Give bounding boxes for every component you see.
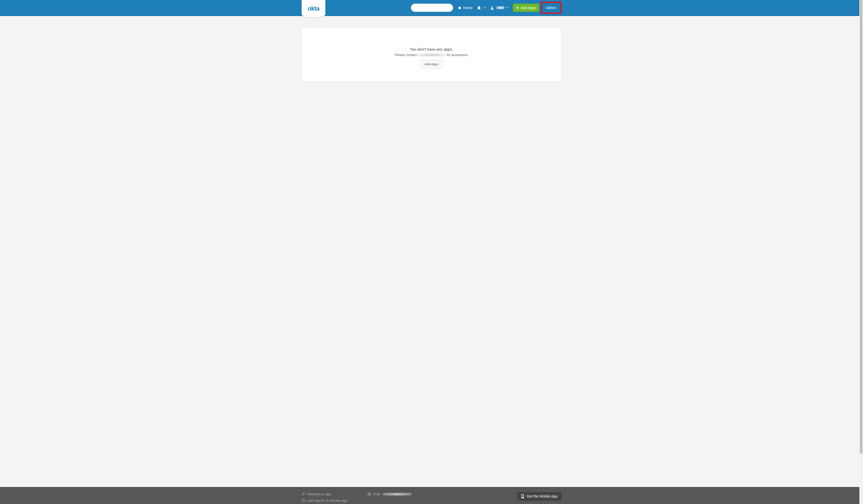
privacy-link[interactable]: Privacy xyxy=(550,503,561,504)
admin-highlight-box: Admin xyxy=(541,2,561,14)
help-label: Help: xyxy=(373,492,381,496)
get-mobile-app-button[interactable]: Get the Mobile App xyxy=(517,492,561,500)
footer-right: Get the Mobile App © 2017 Okta, Inc. Pri… xyxy=(517,492,561,504)
admin-label: Admin xyxy=(546,6,556,10)
empty-apps-panel: You don't have any apps. Please contact … xyxy=(302,27,561,81)
copyright: © 2017 Okta, Inc. xyxy=(525,503,547,504)
logo-container[interactable]: okta xyxy=(302,0,325,17)
add-apps-button[interactable]: Add Apps xyxy=(513,4,539,12)
last-signin: Last sign in: 8 minutes ago xyxy=(302,499,367,502)
help-link[interactable]: Help: xyxy=(367,492,411,496)
footer: Request an app Last sign in: 8 minutes a… xyxy=(0,487,863,504)
search-box[interactable] xyxy=(411,4,453,12)
nav-home[interactable]: Home xyxy=(458,6,473,10)
footer-col-help: Help: xyxy=(367,492,411,502)
legal-row: © 2017 Okta, Inc. Privacy xyxy=(517,503,561,504)
main-area: You don't have any apps. Please contact … xyxy=(0,16,863,487)
panel-wrap: You don't have any apps. Please contact … xyxy=(302,27,561,81)
chevron-down-icon xyxy=(506,7,508,8)
header-inner: okta Home Add Apps Admin xyxy=(302,0,561,15)
mobile-button-label: Get the Mobile App xyxy=(527,494,558,498)
clock-icon xyxy=(302,499,305,502)
footer-inner: Request an app Last sign in: 8 minutes a… xyxy=(302,492,561,502)
nav-user-menu[interactable] xyxy=(490,6,508,10)
user-icon xyxy=(490,6,494,10)
plus-icon xyxy=(516,7,519,9)
request-app-link[interactable]: Request an app xyxy=(302,492,367,496)
top-header: okta Home Add Apps Admin xyxy=(0,0,863,16)
user-name-redacted xyxy=(497,7,504,9)
footer-col-left: Request an app Last sign in: 8 minutes a… xyxy=(302,492,367,502)
empty-subtitle: Please contact for assistance. xyxy=(395,53,468,57)
scrollbar[interactable] xyxy=(859,0,863,504)
last-signin-label: Last sign in: 8 minutes ago xyxy=(307,499,347,502)
nav-notifications[interactable] xyxy=(477,6,486,10)
contact-prefix: Please contact xyxy=(395,53,416,57)
bell-icon xyxy=(477,6,481,10)
scrollbar-thumb[interactable] xyxy=(860,0,862,454)
chevron-down-icon xyxy=(484,7,486,8)
search-input[interactable] xyxy=(415,6,459,10)
help-redacted xyxy=(383,493,411,495)
home-icon xyxy=(458,6,461,10)
empty-title: You don't have any apps. xyxy=(307,47,556,51)
contact-redacted xyxy=(417,53,446,56)
okta-logo: okta xyxy=(308,5,319,12)
nav-home-label: Home xyxy=(463,6,473,10)
panel-add-apps-button[interactable]: Add Apps xyxy=(421,60,442,68)
support-icon xyxy=(367,492,371,496)
request-app-label: Request an app xyxy=(307,492,331,496)
add-apps-label: Add Apps xyxy=(520,6,536,10)
admin-button[interactable]: Admin xyxy=(542,4,560,12)
mobile-icon xyxy=(521,494,524,498)
wrench-icon xyxy=(302,492,305,496)
contact-suffix: for assistance. xyxy=(447,53,468,57)
